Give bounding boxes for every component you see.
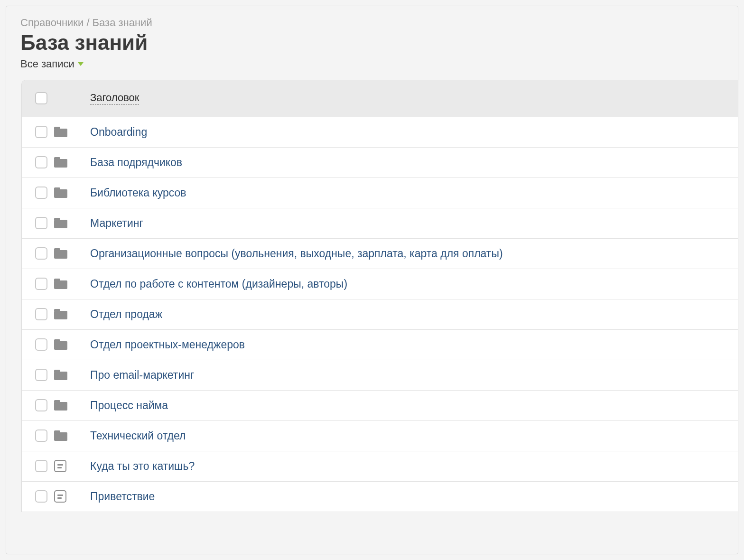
table-header: Заголовок — [22, 80, 738, 117]
table-row: Маркетинг — [22, 208, 738, 239]
folder-icon — [54, 400, 67, 411]
knowledge-table: Заголовок OnboardingБаза подрядчиковБибл… — [21, 80, 738, 512]
row-title-link[interactable]: Куда ты это катишь? — [90, 460, 195, 473]
row-checkbox[interactable] — [35, 187, 47, 199]
row-checkbox[interactable] — [35, 338, 47, 351]
table-row: Технический отдел — [22, 421, 738, 451]
row-checkbox-cell — [28, 217, 54, 229]
table-row: Библиотека курсов — [22, 178, 738, 208]
header-checkbox-cell — [28, 92, 54, 104]
row-checkbox[interactable] — [35, 429, 47, 442]
column-header-title[interactable]: Заголовок — [90, 92, 139, 105]
table-row: Отдел проектных-менеджеров — [22, 330, 738, 360]
folder-icon — [54, 248, 67, 259]
row-icon-cell — [54, 157, 90, 168]
row-icon-cell — [54, 460, 90, 472]
row-checkbox-cell — [28, 338, 54, 351]
filter-label: Все записи — [20, 58, 74, 70]
folder-icon — [54, 218, 67, 228]
row-checkbox-cell — [28, 187, 54, 199]
row-icon-cell — [54, 400, 90, 411]
table-row: Процесс найма — [22, 391, 738, 421]
row-checkbox[interactable] — [35, 308, 47, 320]
row-title-link[interactable]: Организационные вопросы (увольнения, вых… — [90, 247, 503, 260]
row-checkbox[interactable] — [35, 156, 47, 168]
row-checkbox-cell — [28, 490, 54, 503]
folder-icon — [54, 339, 67, 350]
chevron-down-icon — [78, 62, 84, 66]
filter-dropdown[interactable]: Все записи — [6, 55, 738, 80]
table-row: Приветствие — [22, 482, 738, 512]
table-row: Отдел продаж — [22, 299, 738, 330]
row-title-link[interactable]: Технический отдел — [90, 429, 186, 442]
folder-icon — [54, 309, 67, 319]
row-icon-cell — [54, 370, 90, 380]
row-checkbox[interactable] — [35, 217, 47, 229]
row-title-link[interactable]: Отдел продаж — [90, 308, 162, 321]
row-checkbox-cell — [28, 460, 54, 472]
row-title-link[interactable]: Отдел проектных-менеджеров — [90, 338, 245, 351]
row-checkbox-cell — [28, 156, 54, 168]
table-row: Про email-маркетинг — [22, 360, 738, 391]
row-icon-cell — [54, 187, 90, 198]
row-checkbox[interactable] — [35, 247, 47, 260]
breadcrumb[interactable]: Справочники / База знаний — [6, 17, 738, 31]
row-checkbox-cell — [28, 399, 54, 411]
document-icon — [54, 460, 66, 472]
table-row: Onboarding — [22, 117, 738, 148]
row-checkbox[interactable] — [35, 399, 47, 411]
row-title-link[interactable]: Отдел по работе с контентом (дизайнеры, … — [90, 278, 347, 290]
row-checkbox-cell — [28, 429, 54, 442]
select-all-checkbox[interactable] — [35, 92, 47, 104]
folder-icon — [54, 279, 67, 289]
row-icon-cell — [54, 218, 90, 228]
table-row: Отдел по работе с контентом (дизайнеры, … — [22, 269, 738, 299]
folder-icon — [54, 127, 67, 137]
row-title-link[interactable]: Процесс найма — [90, 399, 168, 412]
row-icon-cell — [54, 248, 90, 259]
row-checkbox-cell — [28, 247, 54, 260]
row-checkbox[interactable] — [35, 460, 47, 472]
row-icon-cell — [54, 279, 90, 289]
row-checkbox-cell — [28, 308, 54, 320]
row-icon-cell — [54, 309, 90, 319]
row-checkbox[interactable] — [35, 126, 47, 138]
folder-icon — [54, 187, 67, 198]
folder-icon — [54, 157, 67, 168]
row-checkbox[interactable] — [35, 369, 47, 381]
page-title: База знаний — [6, 31, 738, 55]
row-icon-cell — [54, 490, 90, 503]
row-icon-cell — [54, 430, 90, 441]
table-row: Куда ты это катишь? — [22, 451, 738, 482]
folder-icon — [54, 370, 67, 380]
row-title-link[interactable]: Onboarding — [90, 126, 147, 139]
row-title-link[interactable]: Библиотека курсов — [90, 187, 186, 199]
row-checkbox[interactable] — [35, 490, 47, 503]
row-checkbox-cell — [28, 278, 54, 290]
table-row: Организационные вопросы (увольнения, вых… — [22, 239, 738, 269]
row-checkbox[interactable] — [35, 278, 47, 290]
row-checkbox-cell — [28, 126, 54, 138]
table-row: База подрядчиков — [22, 148, 738, 178]
row-icon-cell — [54, 339, 90, 350]
row-checkbox-cell — [28, 369, 54, 381]
row-title-link[interactable]: Про email-маркетинг — [90, 369, 194, 382]
folder-icon — [54, 430, 67, 441]
row-icon-cell — [54, 127, 90, 137]
row-title-link[interactable]: Приветствие — [90, 490, 155, 503]
page-root: Справочники / База знаний База знаний Вс… — [6, 6, 738, 554]
row-title-link[interactable]: Маркетинг — [90, 217, 143, 230]
row-title-link[interactable]: База подрядчиков — [90, 156, 182, 169]
document-icon — [54, 490, 66, 503]
